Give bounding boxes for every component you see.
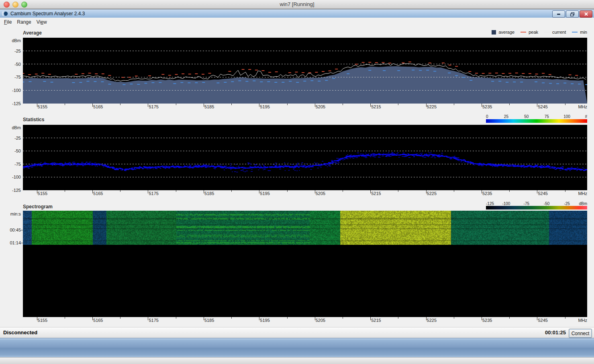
connect-button[interactable]: Connect [569, 329, 592, 338]
x-minor-tick [343, 104, 343, 105]
x-tick [426, 190, 427, 193]
minimize-icon [556, 12, 561, 16]
legend-item-current: current [544, 30, 566, 35]
x-tick-label: 5205 [316, 191, 325, 196]
x-minor-tick [398, 317, 398, 319]
x-tick-label: 5155 [38, 104, 47, 109]
x-tick-label: 5185 [204, 191, 214, 196]
legend-item-average: average [492, 30, 514, 35]
x-tick-label: 5155 [38, 191, 47, 196]
x-minor-tick [65, 104, 65, 105]
x-tick-label: 5165 [93, 191, 103, 196]
close-button[interactable] [580, 10, 592, 18]
x-minor-tick [565, 104, 565, 105]
x-tick [204, 317, 204, 320]
app-title: Cambium Spectrum Analyser 2.4.3 [10, 11, 85, 16]
statistics-colorbar-label: 25 [500, 114, 512, 119]
minimize-button[interactable] [552, 10, 565, 18]
restore-button[interactable] [566, 10, 579, 18]
x-minor-tick [65, 190, 65, 192]
x-minor-tick [287, 317, 288, 319]
statistics-chart [23, 125, 587, 190]
x-tick [426, 317, 427, 320]
x-tick-label: 5215 [371, 318, 381, 323]
x-tick-label: 5225 [427, 104, 437, 109]
x-tick [259, 104, 259, 107]
x-tick-label: 5235 [482, 191, 492, 196]
x-tick-label: 5165 [93, 318, 103, 323]
x-axis-unit: MHz [570, 318, 587, 323]
x-tick [315, 104, 315, 107]
menu-file[interactable]: File [2, 18, 15, 26]
x-tick [426, 104, 427, 107]
y-tick-label: -125 [1, 101, 21, 106]
x-tick-label: 5225 [427, 318, 437, 323]
legend-label: average [498, 30, 514, 35]
time-tick [21, 243, 23, 243]
vm-titlebar: win7 [Running] [0, 0, 594, 9]
x-tick-label: 5225 [427, 191, 437, 196]
spectrogram-colorbar-label: -125 [486, 201, 494, 206]
statistics-colorbar-label: 50 [521, 114, 533, 119]
legend: averagepeakcurrentmin [492, 29, 587, 35]
y-tick-label: -50 [1, 148, 21, 153]
vm-window-title: win7 [Running] [0, 0, 594, 8]
app-icon [2, 10, 8, 17]
x-minor-tick [65, 317, 65, 319]
y-tick-label: -125 [1, 188, 21, 193]
x-minor-tick [231, 317, 232, 319]
spectrogram-colorbar-label: -100 [500, 201, 512, 206]
statistics-colorbar-label: 75 [541, 114, 553, 119]
spectrogram-plot [23, 211, 587, 317]
x-minor-tick [176, 317, 176, 319]
spectrogram-colorbar [486, 206, 587, 209]
x-tick-label: 5195 [260, 191, 269, 196]
x-tick-label: 5175 [149, 104, 158, 109]
x-tick-label: 5245 [538, 191, 547, 196]
menu-range[interactable]: Range [15, 18, 35, 26]
x-minor-tick [454, 190, 454, 192]
vbox-statusbar: U ▼ Left ⌘ [0, 357, 594, 364]
x-minor-tick [120, 190, 120, 192]
x-minor-tick [398, 104, 398, 105]
x-tick [482, 190, 482, 193]
spectrogram-colorbar-label: -50 [541, 201, 553, 206]
legend-label: min [580, 30, 587, 35]
time-axis-unit: min:s [1, 211, 21, 216]
x-axis-unit: MHz [570, 191, 587, 196]
x-minor-tick [231, 104, 232, 105]
x-tick-label: 5165 [93, 104, 103, 109]
x-tick-label: 5185 [204, 318, 214, 323]
time-tick [21, 230, 23, 230]
x-tick [37, 104, 37, 107]
x-minor-tick [565, 190, 565, 192]
x-minor-tick [509, 104, 510, 105]
x-minor-tick [398, 190, 398, 192]
connection-status: Disconnected [3, 327, 37, 338]
statistics-colorbar-label: 100 [561, 114, 573, 119]
menu-view[interactable]: View [35, 18, 51, 26]
x-minor-tick [454, 104, 454, 105]
x-minor-tick [509, 317, 510, 319]
screen: win7 [Running] Cambium Spectrum Analyser… [0, 0, 594, 364]
legend-item-peak: peak [521, 30, 538, 35]
x-tick-label: 5235 [482, 318, 492, 323]
x-tick [37, 317, 37, 320]
x-tick-label: 5195 [260, 318, 269, 323]
x-tick-label: 5185 [204, 104, 214, 109]
x-minor-tick [287, 104, 288, 105]
legend-swatch-average [492, 30, 496, 35]
statistics-colorbar-label: 0 [486, 114, 488, 119]
x-tick-label: 5245 [538, 318, 547, 323]
x-tick-label: 5205 [316, 318, 325, 323]
x-tick-label: 5195 [260, 104, 269, 109]
x-minor-tick [343, 317, 343, 319]
y-tick-label: -50 [1, 62, 21, 67]
average-plot [23, 38, 587, 104]
x-tick [37, 190, 37, 193]
y-axis-unit: dBm [1, 38, 21, 43]
x-tick-label: 5205 [316, 104, 325, 109]
x-tick-label: 5175 [149, 191, 158, 196]
y-tick-label: -75 [1, 162, 21, 167]
x-tick [537, 104, 537, 107]
